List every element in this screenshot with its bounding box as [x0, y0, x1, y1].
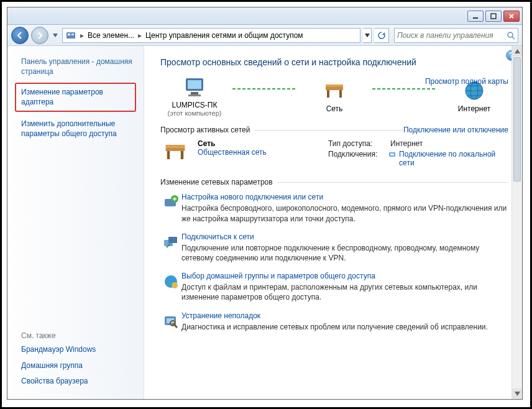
svg-rect-17	[167, 151, 170, 159]
scroll-up-button[interactable]	[512, 46, 522, 57]
breadcrumb-separator: ▸	[79, 31, 85, 40]
svg-rect-4	[71, 34, 74, 35]
map-node-pc[interactable]: LUMPICS-ПК (этот компьютер)	[160, 76, 229, 117]
troubleshoot-icon	[160, 311, 181, 332]
map-connection-line	[232, 88, 296, 90]
breadcrumb-segment[interactable]: Центр управления сетями и общим доступом	[143, 31, 306, 40]
access-type-value: Интернет	[390, 139, 423, 148]
content-body: Панель управления - домашняя страница Из…	[7, 46, 522, 399]
map-node-label: Интернет	[458, 104, 490, 113]
svg-rect-1	[491, 14, 496, 19]
breadcrumb-dropdown[interactable]	[363, 28, 372, 43]
sidebar-home-link[interactable]: Панель управления - домашняя страница	[21, 57, 135, 76]
task-title[interactable]: Выбор домашней группы и параметров общег…	[181, 272, 508, 280]
sidebar: Панель управления - домашняя страница Из…	[7, 46, 144, 399]
svg-point-27	[172, 282, 178, 288]
active-network-row: Сеть Общественная сеть Тип доступа: Инте…	[160, 139, 508, 169]
breadcrumb-segment[interactable]: Все элемен...	[85, 31, 137, 40]
divider	[255, 130, 403, 131]
svg-rect-21	[390, 154, 394, 155]
control-panel-icon	[65, 30, 76, 41]
svg-rect-10	[326, 87, 343, 90]
task-homegroup[interactable]: Выбор домашней группы и параметров общег…	[160, 272, 508, 302]
svg-point-5	[508, 32, 513, 37]
divider	[278, 182, 508, 183]
connections-label: Подключения:	[328, 150, 388, 167]
scrollbar[interactable]	[511, 46, 522, 399]
svg-rect-3	[68, 34, 70, 35]
page-title: Просмотр основных сведений о сети и наст…	[160, 57, 508, 67]
section-label: Изменение сетевых параметров	[160, 178, 273, 186]
bench-icon	[160, 139, 190, 164]
new-connection-icon	[160, 193, 181, 223]
sidebar-homegroup-link[interactable]: Домашняя группа	[21, 361, 135, 371]
sidebar-advanced-sharing[interactable]: Изменить дополнительные параметры общего…	[21, 119, 135, 139]
breadcrumb-separator: ▸	[137, 31, 143, 40]
task-title[interactable]: Настройка нового подключения или сети	[181, 193, 508, 201]
svg-rect-12	[339, 90, 342, 98]
breadcrumb[interactable]: ▸ Все элемен... ▸ Центр управления сетям…	[62, 28, 360, 43]
bench-icon	[322, 80, 347, 102]
full-map-link[interactable]: Просмотр полной карты	[425, 77, 508, 86]
search-input[interactable]	[394, 28, 518, 43]
close-button[interactable]	[503, 11, 520, 22]
maximize-button[interactable]	[485, 11, 502, 22]
svg-rect-18	[181, 151, 183, 159]
connect-disconnect-link[interactable]: Подключение или отключение	[403, 126, 508, 134]
task-description: Диагностика и исправление сетевых пробле…	[181, 322, 508, 332]
main-panel: ? Просмотр основных сведений о сети и на…	[144, 46, 522, 399]
task-new-connection[interactable]: Настройка нового подключения или сети На…	[160, 193, 508, 223]
section-change-settings: Изменение сетевых параметров	[160, 178, 508, 186]
network-map: Просмотр полной карты LUMPICS-ПК (этот к…	[160, 76, 508, 117]
nav-history-dropdown[interactable]	[51, 28, 60, 43]
task-description: Доступ к файлам и принтерам, расположенн…	[181, 282, 508, 302]
map-node-label: LUMPICS-ПК	[172, 101, 218, 109]
task-description: Настройка беспроводного, широкополосного…	[181, 203, 508, 223]
map-connection-line	[372, 88, 436, 90]
titlebar	[7, 7, 522, 25]
connect-network-icon	[160, 232, 181, 263]
task-connect-network[interactable]: Подключиться к сети Подключение или повт…	[160, 232, 508, 263]
nav-back-button[interactable]	[11, 27, 29, 44]
sidebar-seealso-label: См. также	[21, 331, 135, 340]
search-icon	[507, 31, 515, 40]
task-troubleshoot[interactable]: Устранение неполадок Диагностика и испра…	[160, 311, 508, 332]
svg-rect-19	[166, 145, 185, 147]
sidebar-browser-link[interactable]: Свойства браузера	[21, 377, 135, 387]
section-active-networks: Просмотр активных сетей Подключение или …	[160, 126, 508, 134]
svg-rect-8	[191, 92, 198, 94]
svg-rect-13	[326, 85, 343, 87]
sidebar-adapter-settings[interactable]: Изменение параметров адаптера	[15, 83, 136, 112]
network-type-link[interactable]: Общественная сеть	[198, 148, 328, 157]
search-field[interactable]	[397, 31, 507, 40]
access-type-label: Тип доступа:	[328, 139, 390, 148]
svg-rect-16	[166, 148, 185, 152]
task-title[interactable]: Подключиться к сети	[181, 232, 508, 241]
scroll-down-button[interactable]	[512, 388, 522, 399]
window-frame: ▸ Все элемен... ▸ Центр управления сетям…	[7, 7, 523, 400]
homegroup-icon	[160, 272, 181, 302]
svg-rect-7	[188, 80, 201, 89]
minimize-button[interactable]	[467, 11, 484, 22]
task-description: Подключение или повторное подключение к …	[181, 243, 508, 263]
refresh-button[interactable]	[374, 28, 389, 43]
svg-rect-0	[473, 17, 478, 19]
scroll-thumb[interactable]	[513, 57, 521, 182]
svg-rect-25	[168, 237, 177, 243]
nav-forward-button[interactable]	[31, 27, 48, 44]
network-name: Сеть	[198, 139, 328, 148]
computer-icon	[182, 76, 207, 98]
map-node-label: Сеть	[326, 104, 343, 113]
nic-icon	[388, 150, 397, 167]
map-node-sublabel: (этот компьютер)	[167, 109, 221, 117]
sidebar-firewall-link[interactable]: Брандмауэр Windows	[21, 345, 135, 355]
address-bar: ▸ Все элемен... ▸ Центр управления сетям…	[7, 25, 522, 46]
map-node-network[interactable]: Сеть	[300, 80, 369, 113]
section-label: Просмотр активных сетей	[160, 126, 250, 134]
task-title[interactable]: Устранение неполадок	[181, 311, 508, 320]
svg-rect-9	[188, 94, 201, 96]
svg-rect-11	[327, 90, 329, 98]
connection-link[interactable]: Подключение по локальной сети	[399, 150, 508, 167]
